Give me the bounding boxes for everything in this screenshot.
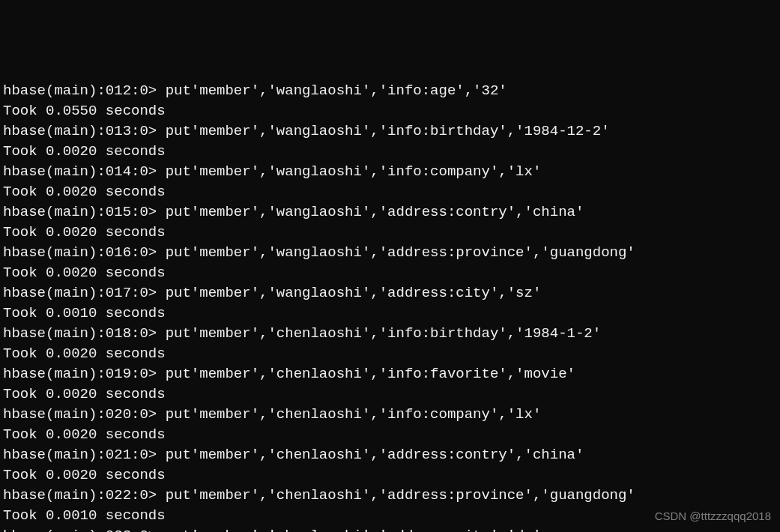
- shell-prompt: hbase(main):020:0>: [3, 406, 166, 423]
- terminal-output-line: Took 0.0020 seconds: [3, 425, 777, 445]
- terminal-command-line: hbase(main):021:0> put'member','chenlaos…: [3, 445, 777, 465]
- shell-command: put'member','chenlaoshi','info:favorite'…: [166, 366, 575, 382]
- terminal-command-line: hbase(main):015:0> put'member','wanglaos…: [3, 202, 777, 223]
- shell-command: put'member','chenlaoshi','address:contry…: [166, 447, 584, 463]
- shell-command: put'member','chenlaoshi','info:company',…: [166, 406, 542, 423]
- terminal-output-line: Took 0.0020 seconds: [3, 182, 777, 202]
- terminal-output-line: Took 0.0020 seconds: [3, 142, 777, 162]
- shell-prompt: hbase(main):014:0>: [3, 163, 166, 180]
- terminal-command-line: hbase(main):014:0> put'member','wanglaos…: [3, 162, 777, 182]
- shell-prompt: hbase(main):017:0>: [3, 285, 166, 301]
- terminal-command-line: hbase(main):016:0> put'member','wanglaos…: [3, 243, 777, 263]
- terminal-output[interactable]: hbase(main):012:0> put'member','wanglaos…: [0, 81, 780, 532]
- shell-command: put'member','wanglaoshi','address:city',…: [166, 285, 542, 301]
- terminal-output-line: Took 0.0020 seconds: [3, 263, 777, 283]
- shell-prompt: hbase(main):012:0>: [3, 82, 166, 99]
- terminal-output-line: Took 0.0020 seconds: [3, 344, 777, 364]
- terminal-command-line: hbase(main):013:0> put'member','wanglaos…: [3, 121, 777, 142]
- shell-prompt: hbase(main):013:0>: [3, 123, 166, 139]
- terminal-command-line: hbase(main):012:0> put'member','wanglaos…: [3, 81, 777, 101]
- shell-command: put'member','chenlaoshi','address:provin…: [166, 487, 635, 504]
- terminal-command-line: hbase(main):018:0> put'member','chenlaos…: [3, 324, 777, 344]
- shell-command: put'member','wanglaoshi','address:contry…: [166, 204, 584, 220]
- shell-command: put'member','wanglaoshi','address:provin…: [166, 244, 635, 261]
- terminal-command-line: hbase(main):019:0> put'member','chenlaos…: [3, 364, 777, 384]
- shell-prompt: hbase(main):018:0>: [3, 325, 166, 342]
- terminal-command-line: hbase(main):017:0> put'member','wanglaos…: [3, 283, 777, 303]
- shell-prompt: hbase(main):023:0>: [3, 528, 166, 532]
- terminal-command-line: hbase(main):022:0> put'member','chenlaos…: [3, 486, 777, 506]
- shell-prompt: hbase(main):015:0>: [3, 204, 166, 220]
- shell-command: put'member','chenlaoshi','info:birthday'…: [166, 325, 602, 342]
- terminal-output-line: Took 0.0010 seconds: [3, 303, 777, 324]
- shell-prompt: hbase(main):019:0>: [3, 366, 166, 382]
- terminal-command-line: hbase(main):020:0> put'member','chenlaos…: [3, 405, 777, 425]
- terminal-output-line: Took 0.0020 seconds: [3, 465, 777, 486]
- shell-prompt: hbase(main):016:0>: [3, 244, 166, 261]
- shell-command: put'member','wanglaoshi','info:age','32': [166, 82, 507, 99]
- terminal-output-line: Took 0.0020 seconds: [3, 223, 777, 243]
- shell-command: put'member','chenlaoshi','address:city',…: [166, 528, 542, 532]
- shell-command: put'member','wanglaoshi','info:birthday'…: [166, 123, 610, 139]
- shell-command: put'member','wanglaoshi','info:company',…: [166, 163, 542, 180]
- terminal-output-line: Took 0.0550 seconds: [3, 101, 777, 121]
- shell-prompt: hbase(main):021:0>: [3, 447, 166, 463]
- terminal-output-line: Took 0.0010 seconds: [3, 506, 777, 526]
- shell-prompt: hbase(main):022:0>: [3, 487, 166, 504]
- terminal-output-line: Took 0.0020 seconds: [3, 384, 777, 405]
- terminal-command-line: hbase(main):023:0> put'member','chenlaos…: [3, 526, 777, 532]
